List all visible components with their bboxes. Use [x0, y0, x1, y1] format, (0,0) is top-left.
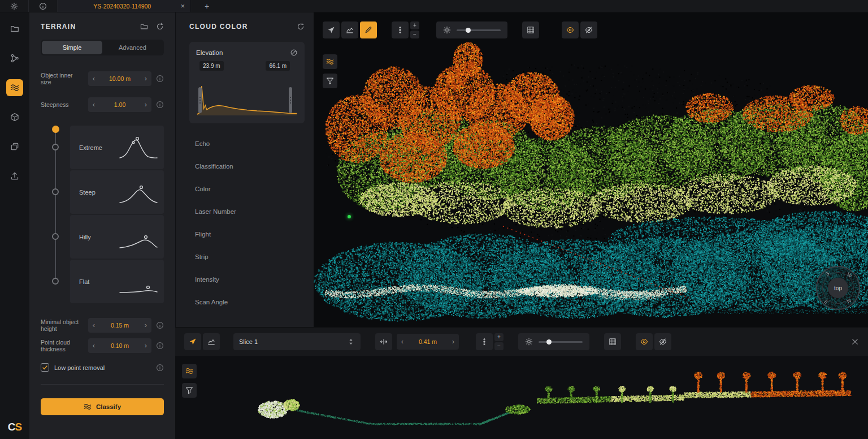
compass-top-view-button[interactable]: top — [828, 278, 848, 298]
classify-button[interactable]: Classify — [41, 398, 164, 415]
decrease-icon[interactable]: ‹ — [88, 71, 99, 86]
color-mode-scan-angle[interactable]: Scan Angle — [189, 291, 305, 313]
slice-filter-button[interactable] — [182, 383, 197, 398]
select-tool-button[interactable] — [323, 21, 340, 38]
histogram-max-handle[interactable] — [289, 87, 292, 113]
color-mode-elevation[interactable]: Elevation 23.9 m 66.1 m — [189, 42, 305, 123]
color-picker-icon[interactable] — [290, 49, 298, 57]
rail-dataset-button[interactable] — [6, 109, 23, 126]
point-size-decrease-button[interactable]: − — [410, 31, 419, 38]
terrain-level-extreme[interactable]: Extreme — [70, 126, 164, 169]
decrease-icon[interactable]: ‹ — [88, 318, 99, 333]
increase-icon[interactable]: › — [140, 318, 151, 333]
rail-terrain-button[interactable] — [6, 79, 23, 96]
brightness-slider[interactable] — [457, 29, 501, 31]
measure-tool-button[interactable] — [360, 21, 377, 38]
point-size-increase-button[interactable]: + — [410, 21, 419, 29]
rail-export-button[interactable] — [6, 167, 23, 184]
slice-profile-tool-button[interactable] — [203, 333, 220, 350]
slice-select-tool-button[interactable] — [184, 333, 201, 350]
rail-layers-button[interactable] — [6, 138, 23, 155]
histogram-min-handle[interactable] — [198, 87, 202, 113]
filter-button[interactable] — [323, 74, 337, 88]
eye-icon — [566, 26, 574, 34]
cursor-arrow-icon — [327, 26, 335, 34]
decrease-icon[interactable]: ‹ — [88, 338, 99, 353]
steepness-slider[interactable] — [41, 126, 70, 303]
decrease-icon[interactable]: ‹ — [88, 97, 99, 112]
point-cloud-3d-view[interactable] — [314, 12, 868, 327]
point-cloud-thickness-stepper[interactable]: ‹ 0.10 m › — [88, 338, 151, 353]
rail-workflow-button[interactable] — [6, 50, 23, 67]
terrain-level-flat[interactable]: Flat — [70, 260, 164, 303]
steepness-stop-steep[interactable] — [52, 188, 59, 195]
increase-icon[interactable]: › — [448, 334, 459, 349]
mode-advanced-tab[interactable]: Advanced — [102, 41, 163, 54]
minimal-object-height-stepper[interactable]: ‹ 0.15 m › — [88, 318, 151, 333]
slice-point-size-button[interactable] — [476, 333, 493, 350]
compass-e[interactable]: E — [823, 299, 829, 305]
slice-grid-button[interactable] — [604, 333, 621, 350]
info-icon[interactable] — [156, 101, 164, 109]
profile-tool-button[interactable] — [341, 21, 358, 38]
slice-show-points-button[interactable] — [636, 333, 653, 350]
color-mode-flight[interactable]: Flight — [189, 223, 305, 246]
info-icon[interactable] — [156, 321, 164, 329]
info-button[interactable] — [29, 0, 57, 12]
project-tab[interactable]: YS-20240320-114900 × — [58, 0, 191, 12]
increase-icon[interactable]: › — [140, 338, 151, 353]
low-point-removal-checkbox[interactable] — [41, 363, 49, 372]
app-window: YS-20240320-114900 × + CS TERRAIN Simple — [0, 0, 868, 439]
load-preset-button[interactable] — [140, 23, 148, 31]
color-mode-intensity[interactable]: Intensity — [189, 268, 305, 291]
slice-show-classes-button[interactable] — [654, 333, 671, 350]
tab-close-button[interactable]: × — [180, 2, 185, 10]
box-icon — [10, 113, 19, 122]
slice-extent-button[interactable] — [375, 333, 392, 350]
terrain-level-hilly[interactable]: Hilly — [70, 215, 164, 259]
point-size-button[interactable] — [392, 21, 409, 38]
increase-icon[interactable]: › — [140, 71, 151, 86]
increase-icon[interactable]: › — [140, 97, 151, 112]
show-points-button[interactable] — [562, 21, 579, 38]
steepness-stop-hilly[interactable] — [52, 233, 59, 240]
slice-brightness-slider[interactable] — [539, 341, 583, 343]
show-classes-button[interactable] — [580, 21, 597, 38]
slice-2d-view[interactable] — [175, 356, 868, 439]
brightness-slider-thumb[interactable] — [466, 28, 471, 33]
mode-simple-tab[interactable]: Simple — [42, 41, 102, 54]
slice-point-size-increase-button[interactable]: + — [494, 333, 504, 341]
slice-thickness-stepper[interactable]: ‹ 0.41 m › — [397, 334, 459, 350]
slice-brightness-thumb[interactable] — [546, 339, 552, 345]
compass-widget[interactable]: S W N E top — [816, 266, 860, 310]
steepness-slider-handle[interactable] — [52, 126, 59, 133]
steepness-stop-flat[interactable] — [52, 278, 59, 285]
terrain-level-steep[interactable]: Steep — [70, 170, 164, 214]
slice-classes-tool-button[interactable] — [182, 364, 197, 378]
info-icon[interactable] — [156, 364, 164, 372]
reset-color-button[interactable] — [297, 23, 305, 31]
info-icon[interactable] — [156, 342, 164, 350]
steepness-stop-extreme[interactable] — [52, 144, 59, 150]
classes-tool-button[interactable] — [323, 54, 337, 69]
steepness-stepper[interactable]: ‹ 1.00 › — [88, 97, 151, 112]
color-mode-echo[interactable]: Echo — [189, 132, 305, 155]
color-mode-strip[interactable]: Strip — [189, 246, 305, 268]
slice-select-dropdown[interactable]: Slice 1 — [233, 333, 361, 350]
object-inner-size-stepper[interactable]: ‹ 10.00 m › — [88, 71, 151, 86]
grid-button[interactable] — [522, 21, 539, 38]
new-tab-button[interactable]: + — [191, 0, 223, 12]
rail-projects-button[interactable] — [6, 20, 23, 37]
color-mode-laser-number[interactable]: Laser Number — [189, 200, 305, 223]
color-mode-classification[interactable]: Classification — [189, 155, 305, 178]
tab-title: YS-20240320-114900 — [64, 3, 180, 10]
reset-terrain-button[interactable] — [156, 23, 164, 31]
settings-button[interactable] — [0, 0, 28, 12]
info-icon[interactable] — [156, 75, 164, 83]
elevation-histogram[interactable]: 23.9 m 66.1 m — [196, 61, 298, 115]
compass-n[interactable]: N — [845, 298, 852, 304]
slice-close-button[interactable] — [851, 338, 859, 346]
decrease-icon[interactable]: ‹ — [397, 334, 408, 349]
slice-point-size-decrease-button[interactable]: − — [494, 342, 504, 350]
color-mode-color[interactable]: Color — [189, 178, 305, 200]
